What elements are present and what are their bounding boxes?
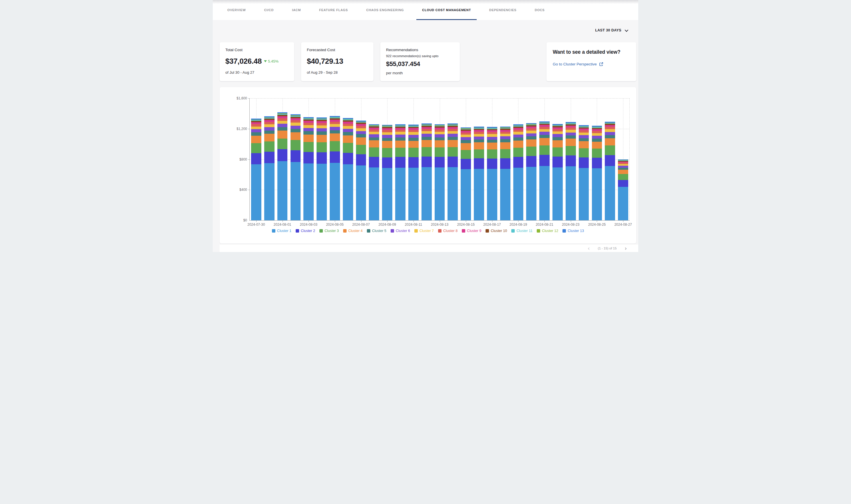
stacked-bar-2024-08-21[interactable] [539, 122, 550, 220]
legend-item-cluster-3[interactable]: Cluster 3 [319, 229, 339, 233]
legend-item-cluster-4[interactable]: Cluster 4 [343, 229, 363, 233]
legend-swatch [562, 229, 566, 233]
stacked-bar-2024-08-02[interactable] [291, 114, 301, 220]
stacked-bar-2024-08-08[interactable] [369, 124, 379, 220]
bar-segment-cluster-3 [513, 148, 524, 157]
bar-segment-cluster-5 [330, 130, 340, 134]
bar-segment-cluster-8 [435, 129, 445, 132]
stacked-bar-2024-08-20[interactable] [526, 123, 536, 220]
stacked-bar-2024-08-22[interactable] [553, 124, 563, 220]
pagination-prev-button[interactable]: ‹ [588, 246, 590, 251]
legend-item-cluster-11[interactable]: Cluster 11 [511, 229, 533, 233]
stacked-bar-2024-08-24[interactable] [579, 125, 589, 220]
stacked-bar-2024-08-06[interactable] [343, 118, 353, 220]
stacked-bar-2024-07-31[interactable] [264, 116, 275, 220]
stacked-bar-2024-08-04[interactable] [316, 118, 327, 220]
bar-segment-cluster-8 [251, 124, 261, 126]
tab-iacm[interactable]: IACM [286, 0, 307, 20]
stacked-bar-2024-08-05[interactable] [330, 116, 340, 220]
bar-segment-cluster-4 [526, 140, 536, 147]
stacked-bar-2024-08-10[interactable] [395, 124, 405, 220]
stacked-bar-2024-08-26[interactable] [605, 122, 615, 220]
stacked-bar-2024-08-19[interactable] [513, 124, 524, 220]
bar-segment-cluster-7 [579, 132, 589, 135]
stacked-bar-2024-08-14[interactable] [448, 123, 458, 220]
chart-bar-slot [367, 98, 381, 220]
stacked-bar-2024-08-15[interactable] [461, 127, 471, 220]
legend-swatch [486, 229, 489, 233]
stacked-bar-2024-08-11[interactable] [409, 125, 419, 220]
bar-segment-cluster-4 [277, 130, 288, 139]
stacked-bar-2024-08-23[interactable] [566, 122, 576, 220]
legend-item-cluster-6[interactable]: Cluster 6 [390, 229, 410, 233]
bar-segment-cluster-3 [579, 148, 589, 158]
bar-segment-cluster-2 [500, 158, 510, 169]
stacked-bar-2024-08-01[interactable] [277, 112, 288, 220]
bar-segment-cluster-5 [343, 132, 353, 135]
bar-segment-cluster-2 [316, 152, 327, 164]
x-axis-label: 2024-08-05 [326, 222, 344, 227]
pagination-next-button[interactable]: › [625, 246, 627, 251]
tab-cloud-cost-management[interactable]: CLOUD COST MANAGEMENT [416, 0, 477, 20]
stacked-bar-2024-07-30[interactable] [251, 119, 261, 220]
bar-segment-cluster-6 [395, 134, 405, 138]
legend-item-cluster-9[interactable]: Cluster 9 [462, 229, 481, 233]
legend-item-cluster-12[interactable]: Cluster 12 [537, 229, 558, 233]
legend-item-cluster-1[interactable]: Cluster 1 [272, 229, 291, 233]
time-range-label: LAST 30 DAYS [595, 28, 621, 32]
stacked-bar-2024-08-25[interactable] [592, 126, 602, 220]
bar-segment-cluster-4 [409, 141, 419, 148]
bar-segment-cluster-6 [592, 136, 602, 139]
bar-segment-cluster-3 [526, 147, 536, 156]
tab-docs[interactable]: DOCS [529, 0, 551, 20]
tab-feature-flags[interactable]: FEATURE FLAGS [313, 0, 354, 20]
bar-segment-cluster-2 [566, 156, 576, 166]
chart-bar-slot [499, 98, 512, 220]
stacked-bar-2024-08-07[interactable] [356, 121, 366, 220]
bar-segment-cluster-8 [303, 123, 314, 125]
stacked-bar-2024-08-13[interactable] [435, 124, 445, 220]
stacked-bar-2024-08-17[interactable] [487, 127, 497, 220]
tab-ci-cd[interactable]: CI/CD [259, 0, 279, 20]
legend-label: Cluster 10 [491, 229, 507, 233]
legend-swatch [462, 229, 465, 233]
bar-segment-cluster-7 [461, 134, 471, 137]
legend-swatch [390, 229, 394, 233]
bar-segment-cluster-7 [500, 134, 510, 136]
x-axis-label: 2024-08-09 [378, 222, 396, 227]
bar-segment-cluster-1 [395, 168, 405, 220]
bar-segment-cluster-2 [526, 156, 536, 167]
stacked-bar-2024-08-12[interactable] [421, 123, 432, 220]
bar-segment-cluster-5 [500, 139, 510, 142]
tab-dependencies[interactable]: DEPENDENCIES [484, 0, 522, 20]
forecasted-cost-title: Forecasted Cost [307, 48, 368, 52]
legend-item-cluster-5[interactable]: Cluster 5 [367, 229, 386, 233]
legend-label: Cluster 12 [542, 229, 558, 233]
cluster-perspective-link[interactable]: Go to Cluster Perspective [553, 62, 630, 66]
stacked-bar-2024-08-27[interactable] [618, 159, 628, 220]
stacked-bar-2024-08-09[interactable] [382, 125, 392, 220]
legend-label: Cluster 13 [568, 229, 584, 233]
legend-label: Cluster 5 [372, 229, 386, 233]
tab-overview[interactable]: OVERVIEW [222, 0, 251, 20]
chart-bar-slot: 2024-08-03 [302, 98, 315, 220]
legend-item-cluster-2[interactable]: Cluster 2 [296, 229, 315, 233]
bar-segment-cluster-1 [579, 168, 589, 220]
stacked-bar-2024-08-18[interactable] [500, 127, 510, 220]
legend-item-cluster-7[interactable]: Cluster 7 [414, 229, 434, 233]
stacked-bar-2024-08-03[interactable] [303, 117, 314, 220]
bar-segment-cluster-1 [330, 163, 340, 220]
tab-chaos-engineering[interactable]: CHAOS ENGINEERING [361, 0, 410, 20]
legend-item-cluster-10[interactable]: Cluster 10 [486, 229, 507, 233]
bar-segment-cluster-7 [409, 132, 419, 134]
bar-segment-cluster-2 [592, 158, 602, 168]
bar-segment-cluster-7 [435, 132, 445, 134]
legend-item-cluster-13[interactable]: Cluster 13 [562, 229, 584, 233]
bar-segment-cluster-8 [264, 122, 275, 124]
time-range-dropdown[interactable]: LAST 30 DAYS [595, 28, 627, 32]
bar-segment-cluster-3 [330, 141, 340, 151]
bar-segment-cluster-3 [539, 145, 550, 155]
legend-item-cluster-8[interactable]: Cluster 8 [438, 229, 457, 233]
bar-segment-cluster-5 [356, 134, 366, 137]
stacked-bar-2024-08-16[interactable] [474, 127, 484, 220]
